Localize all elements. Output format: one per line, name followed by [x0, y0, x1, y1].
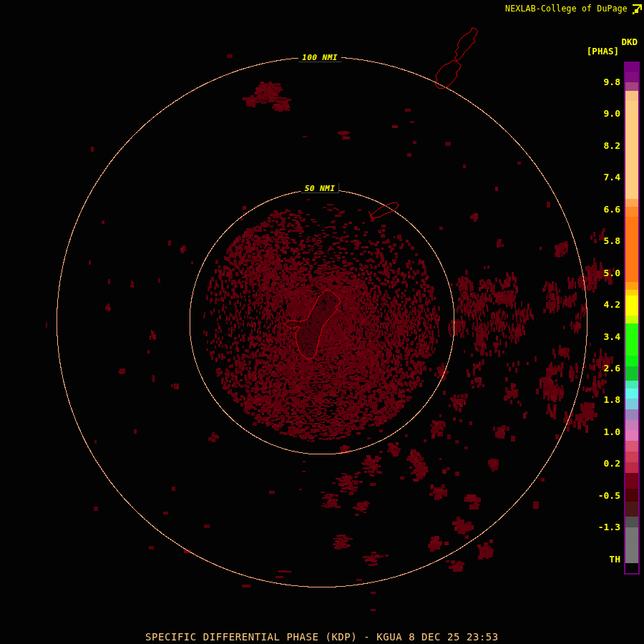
colorbar-segment [625, 356, 638, 366]
range-ring-label-50nmi: 50 NMI [301, 184, 339, 193]
colorbar-segment [625, 441, 638, 452]
colorbar-tick: TH [609, 555, 620, 565]
radar-map-canvas [0, 0, 644, 644]
colorbar-segment [625, 563, 638, 573]
colorbar-segment [625, 296, 638, 316]
colorbar-segment [625, 101, 638, 199]
product-caption: SPECIFIC DIFFERENTIAL PHASE (KDP) - KGUA… [145, 631, 499, 643]
colorbar-segment [625, 462, 638, 473]
colorbar-segment [625, 82, 638, 91]
colorbar-tick: 0.2 [604, 459, 620, 469]
colorbar-tick: 1.8 [604, 395, 620, 405]
colorbar-tick: 3.4 [604, 332, 620, 342]
colorbar [624, 62, 640, 575]
colorbar-segment [625, 420, 638, 430]
colorbar-segment [625, 91, 638, 101]
colorbar-segment [625, 389, 638, 399]
colorbar-segment [625, 72, 638, 82]
colorbar-tick: 1.0 [604, 427, 620, 437]
colorbar-segment [625, 502, 638, 517]
import-arrow-icon [633, 3, 642, 14]
colorbar-segment [625, 517, 638, 527]
colorbar-segment [625, 217, 638, 282]
colorbar-tick: -0.5 [598, 491, 620, 501]
colorbar-tick: 8.2 [604, 141, 620, 151]
range-ring-label-100nmi: 100 NMI [298, 53, 341, 62]
colorbar-segment [625, 409, 638, 420]
colorbar-segment [625, 207, 638, 217]
colorbar-segment [625, 381, 638, 389]
colorbar-segment [625, 63, 638, 72]
colorbar-segment [625, 199, 638, 207]
units-label: [PHAS] [587, 46, 619, 57]
product-code: DKD [621, 36, 638, 47]
colorbar-segment [625, 290, 638, 296]
colorbar-tick: 6.6 [604, 205, 620, 215]
colorbar-tick: 9.8 [604, 77, 620, 87]
colorbar-segment [625, 489, 638, 502]
radar-display: NEXLAB-College of DuPage DKD [PHAS] 9.89… [0, 0, 644, 644]
colorbar-tick: -1.3 [598, 522, 620, 532]
site-credit: NEXLAB-College of DuPage [505, 4, 628, 14]
colorbar-tick: 2.6 [604, 364, 620, 374]
colorbar-tick: 7.4 [604, 172, 620, 182]
colorbar-segment [625, 323, 638, 356]
colorbar-segment [625, 544, 638, 563]
colorbar-tick: 5.0 [604, 268, 620, 278]
colorbar-segment [625, 399, 638, 409]
colorbar-segment [625, 430, 638, 441]
colorbar-tick: 5.8 [604, 236, 620, 246]
colorbar-segment [625, 452, 638, 462]
colorbar-tick: 9.0 [604, 109, 620, 119]
colorbar-segment [625, 316, 638, 323]
colorbar-segment [625, 527, 638, 544]
colorbar-tick: 4.2 [604, 300, 620, 310]
colorbar-segment [625, 282, 638, 290]
colorbar-segment [625, 366, 638, 381]
colorbar-segment [625, 473, 638, 489]
